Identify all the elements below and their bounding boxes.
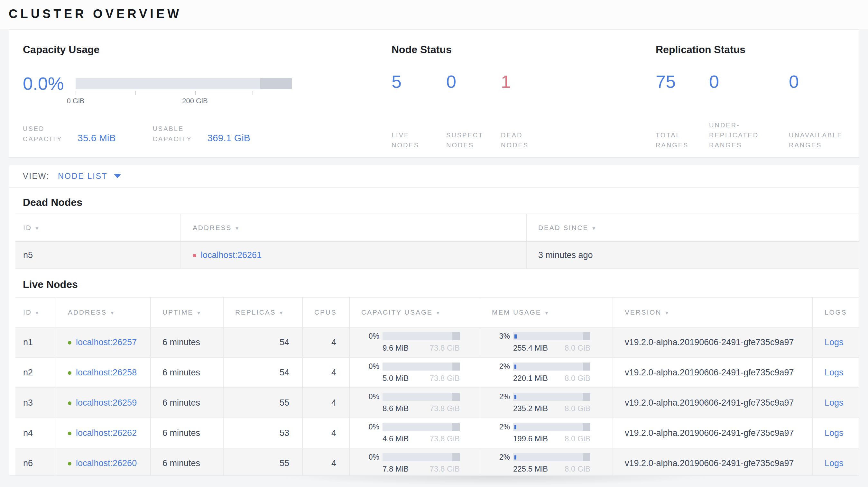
cell-uptime: 6 minutes [151,448,223,476]
node-status-card: Node Status 5LIVE NODES0SUSPECT NODES1DE… [392,30,556,150]
usable-capacity-label: USABLE CAPACITY [153,124,207,144]
usage-bar-fill [515,395,516,399]
cell-logs: Logs [813,357,859,388]
stat-value: 75 [656,71,709,118]
axis-tick [135,91,136,95]
usage-percent: 2% [492,453,510,462]
cell-capacity: 0%5.0 MiB73.8 GiB [349,357,480,388]
logs-link[interactable]: Logs [825,368,843,377]
summary-stat: 1DEAD NODES [501,71,556,150]
cell-id: n6 [16,448,56,476]
table-row: n1localhost:262576 minutes5440%9.6 MiB73… [16,327,859,357]
sort-arrow-icon: ▼ [436,310,441,316]
column-header-id[interactable]: ID▼ [16,214,181,241]
node-tables-panel: Dead Nodes ID▼ADDRESS▼DEAD SINCE▼ n5loca… [9,188,859,476]
cell-cpus: 4 [302,418,349,448]
axis-tick-label: 0 GiB [67,97,84,105]
column-header-replicas[interactable]: REPLICAS▼ [223,297,302,327]
usage-bar-fill [515,425,516,429]
capacity-bar-dark-segment [260,78,292,89]
stat-label: UNAVAILABLE RANGES [789,118,855,150]
used-value: 4.6 MiB [382,434,409,443]
column-header-mem[interactable]: MEM USAGE▼ [480,297,613,327]
cell-logs: Logs [813,418,859,448]
cell-version: v19.2.0-alpha.20190606-2491-gfe735c9a97 [613,388,813,418]
node-address-link[interactable]: localhost:26260 [76,458,137,468]
used-value: 9.6 MiB [382,344,409,353]
node-status-title: Node Status [392,44,556,56]
cell-mem: 2%225.5 MiB8.0 GiB [480,448,613,476]
usage-bar [513,362,590,370]
cell-uptime: 6 minutes [151,357,223,388]
used-value: 225.5 MiB [513,464,548,474]
usable-capacity-metric: USABLE CAPACITY 369.1 GiB [153,124,250,144]
title-band: CLUSTER OVERVIEW [0,0,868,29]
stat-label: UNDER-REPLICATED RANGES [709,118,775,150]
usage-percent: 3% [492,332,510,340]
capacity-bar-track [75,78,292,89]
column-header-uptime[interactable]: UPTIME▼ [151,297,223,327]
cell-uptime: 6 minutes [151,388,223,418]
stat-value: 0 [789,71,857,118]
usage-percent: 0% [361,423,379,431]
replication-status-title: Replication Status [656,44,857,56]
column-header-dead_since[interactable]: DEAD SINCE▼ [526,214,859,241]
cell-id: n2 [16,357,56,388]
usage-bar [513,423,590,431]
summary-stat: 0SUSPECT NODES [446,71,501,150]
cell-mem: 2%199.6 MiB8.0 GiB [480,418,613,448]
dead-status-dot-icon [193,254,196,257]
cell-replicas: 53 [223,418,302,448]
total-value: 73.8 GiB [430,344,460,353]
cell-capacity: 0%9.6 MiB73.8 GiB [349,327,480,357]
stat-value: 0 [446,71,501,118]
used-capacity-label: USED CAPACITY [23,124,78,144]
column-header-capacity[interactable]: CAPACITY USAGE▼ [349,297,480,327]
axis-tick-label: 200 GiB [182,97,208,105]
usage-percent: 2% [492,392,510,401]
total-value: 73.8 GiB [430,464,460,474]
node-address-link[interactable]: localhost:26262 [76,428,137,438]
view-dropdown[interactable]: NODE LIST [58,171,107,181]
page-title: CLUSTER OVERVIEW [9,7,182,21]
total-value: 73.8 GiB [430,434,460,443]
sort-arrow-icon: ▼ [196,310,202,316]
cell-address: localhost:26260 [56,448,151,476]
node-address-link[interactable]: localhost:26259 [76,398,137,408]
node-address-link[interactable]: localhost:26261 [201,250,261,260]
table-row: n4localhost:262626 minutes5340%4.6 MiB73… [16,418,859,448]
column-header-address[interactable]: ADDRESS▼ [56,297,151,327]
live-nodes-title: Live Nodes [23,279,859,290]
scroll-shadow [0,476,868,487]
usage-percent: 0% [361,453,379,462]
logs-link[interactable]: Logs [825,398,843,408]
total-value: 8.0 GiB [565,464,590,474]
usage-bar-fill [515,364,516,369]
total-value: 73.8 GiB [430,374,460,383]
sort-arrow-icon: ▼ [591,226,597,231]
sort-arrow-icon: ▼ [544,310,550,316]
node-address-link[interactable]: localhost:26258 [76,368,137,377]
stat-label: TOTAL RANGES [656,118,709,150]
usage-bar [382,423,460,431]
cell-address: localhost:26259 [56,388,151,418]
cell-cpus: 4 [302,448,349,476]
column-header-id[interactable]: ID▼ [16,297,56,327]
usage-bar [513,332,590,340]
cell-version: v19.2.0-alpha.20190606-2491-gfe735c9a97 [613,327,813,357]
stat-value: 0 [709,71,789,118]
used-value: 199.6 MiB [513,434,548,443]
chevron-down-icon[interactable] [114,174,121,178]
used-value: 5.0 MiB [382,374,409,383]
cell-id: n5 [16,241,181,268]
logs-link[interactable]: Logs [825,337,843,347]
logs-link[interactable]: Logs [825,458,843,468]
column-header-version[interactable]: VERSION▼ [613,297,813,327]
logs-link[interactable]: Logs [825,428,843,438]
column-header-address[interactable]: ADDRESS▼ [181,214,526,241]
node-address-link[interactable]: localhost:26257 [76,337,137,347]
sort-arrow-icon: ▼ [35,226,40,231]
cell-version: v19.2.0-alpha.20190606-2491-gfe735c9a97 [613,418,813,448]
capacity-used-percent: 0.0% [23,73,64,94]
dead-nodes-title: Dead Nodes [23,197,859,208]
